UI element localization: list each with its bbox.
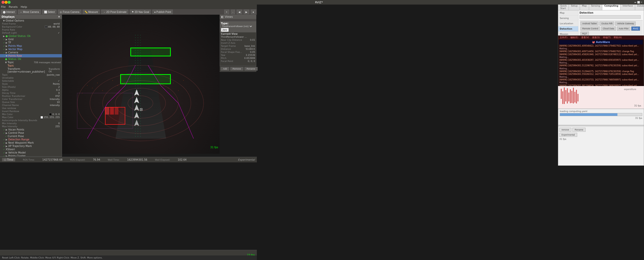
console-menu-file[interactable]: 文件(F) bbox=[560, 36, 567, 39]
console-menu-search[interactable]: 搜索(S) bbox=[592, 36, 600, 39]
prev-btn[interactable]: ◀ bbox=[237, 10, 242, 14]
points-map-item[interactable]: ✓▶Points Map bbox=[0, 44, 62, 48]
views-type-select[interactable]: ThirdPersonFollower (rviz) bbox=[221, 25, 253, 28]
interact-btn[interactable]: ⬤ Interact bbox=[1, 10, 16, 14]
svg-rect-31 bbox=[567, 88, 568, 103]
vehicle-gateway-btn[interactable]: Vehicle Gateway bbox=[615, 21, 636, 26]
views-icon: ◧ bbox=[221, 15, 224, 18]
loading-panel: loading computing.yaml 31 fps bbox=[558, 109, 644, 125]
tab-setup[interactable]: Setup bbox=[569, 4, 580, 10]
sidebar-sensing[interactable]: Sensing bbox=[558, 16, 578, 21]
2d-pose-estimate-btn[interactable]: → 2D Pose Estimate bbox=[101, 10, 128, 14]
views-rename-btn[interactable]: Rename bbox=[244, 67, 258, 71]
points-raw-item[interactable]: ✓▼Points Raw bbox=[0, 54, 62, 57]
focal-point-row: Focal Point 0; 0; 0 bbox=[220, 60, 256, 63]
rename-btn-br[interactable]: Rename bbox=[572, 128, 586, 132]
points-cluster-item[interactable]: ✓▶Points Cluster bbox=[0, 154, 62, 156]
cloud-data-btn[interactable]: Cloud Data bbox=[601, 27, 616, 31]
control-pose-item[interactable]: ✓▶Control Pose bbox=[0, 131, 62, 135]
current-pose-item[interactable]: ✓Current Pose bbox=[0, 135, 62, 138]
rqt-btn[interactable]: RQT bbox=[580, 32, 589, 36]
zoom-in-btn[interactable]: + bbox=[224, 10, 229, 14]
console-menu-help[interactable]: 帮助(H) bbox=[614, 36, 622, 39]
menu-file[interactable]: File bbox=[1, 5, 6, 9]
menu-panels[interactable]: Panels bbox=[9, 5, 17, 9]
console-menu-edit[interactable]: 编辑(E) bbox=[570, 36, 578, 39]
oculus-rift-btn[interactable]: Oculus Rift bbox=[599, 21, 614, 26]
svg-rect-29 bbox=[564, 88, 565, 104]
console-line-13: [WARN] [1625994301.012303733, 1427157868… bbox=[559, 78, 643, 81]
move-camera-btn[interactable]: ↔ Move Camera bbox=[18, 10, 41, 14]
win-btn-max[interactable] bbox=[8, 1, 11, 4]
sidebar-detection[interactable]: Detection bbox=[558, 26, 578, 32]
remote-control-btn[interactable]: Remote Control bbox=[580, 27, 600, 31]
vscan-points-item[interactable]: ✓▶Vscan Points bbox=[0, 128, 62, 131]
svg-rect-35 bbox=[573, 88, 574, 103]
channel-name-row: Channel Name intensity bbox=[0, 104, 62, 107]
displays-title: Displays ✕ bbox=[0, 15, 62, 19]
select-btn[interactable]: ⬜ Select bbox=[42, 10, 57, 14]
topbar-controls: ▬ ⬜ ✕ bbox=[627, 1, 642, 4]
histogram-panel: 31 fps expenditure bbox=[558, 86, 644, 109]
win-btn-min[interactable] bbox=[5, 1, 8, 4]
xsteeri-item[interactable]: ✓XSteeri bbox=[0, 148, 62, 151]
experimental-btn[interactable]: Experimental bbox=[559, 133, 577, 137]
menu-help[interactable]: Help bbox=[21, 5, 27, 9]
sidebar-map[interactable]: Map bbox=[558, 10, 578, 16]
next-waypoint-item[interactable]: ✓▶Next Waypoint Mark bbox=[0, 141, 62, 144]
rviz-btn[interactable]: RVIZ bbox=[631, 27, 640, 31]
main-3d-view[interactable]: 31 fps bbox=[62, 15, 220, 154]
console-line-10: [WARN] [1625994301.512944275, 1427157868… bbox=[559, 70, 643, 73]
grid-item[interactable]: ✓▶Grid bbox=[0, 38, 62, 41]
bottom-right-buttons-row: remove Rename bbox=[559, 128, 643, 132]
measure-btn[interactable]: 📏 Measure bbox=[83, 10, 100, 14]
tab-database[interactable]: Database bbox=[635, 4, 644, 10]
views-zero-btn[interactable]: Zero bbox=[221, 28, 229, 32]
next-btn[interactable]: ▶ bbox=[244, 10, 249, 14]
time-tab[interactable]: ○ Time bbox=[2, 158, 15, 161]
tf-item[interactable]: ✓▶TF bbox=[0, 41, 62, 44]
wall-time-value: 1623994301.56 bbox=[127, 158, 148, 161]
publish-point-btn[interactable]: ● Publish Point bbox=[152, 10, 173, 14]
svg-rect-33 bbox=[570, 89, 571, 103]
fixed-frame-row: Fixed Frame world bbox=[0, 22, 62, 25]
global-status-item[interactable]: ▶● Global Status: Ok bbox=[0, 34, 62, 38]
views-add-btn[interactable]: Add bbox=[221, 67, 229, 71]
zoom-out-btn[interactable]: - bbox=[231, 10, 235, 14]
dot-btn[interactable]: ● bbox=[251, 10, 256, 14]
vehicle-model-item[interactable]: ✓▶Vehicle Model bbox=[0, 151, 62, 154]
focus-camera-btn[interactable]: ◎ Focus Camera bbox=[58, 10, 81, 14]
console-line-11: [WARN] [1625994301.550260312, 1427157868… bbox=[559, 73, 643, 76]
xp-trajectory-item[interactable]: ✓▶XP Trajectory Mark bbox=[0, 144, 62, 148]
tab-map[interactable]: Map bbox=[580, 4, 589, 10]
auto-pilot-btn[interactable]: Auto Pilot bbox=[617, 27, 630, 31]
win-btn-close[interactable] bbox=[2, 1, 5, 4]
scene-canvas[interactable] bbox=[62, 15, 220, 154]
tab-computing[interactable]: Computing bbox=[602, 4, 620, 10]
topic-item[interactable]: ▼Topic 708 messages received bbox=[0, 61, 62, 64]
tab-sensing[interactable]: Sensing bbox=[589, 4, 603, 10]
detection-range-item[interactable]: ✓▶Detection Range bbox=[0, 138, 62, 141]
min-color-row: Min Color 0; 0; 0 bbox=[0, 113, 62, 116]
camera-item[interactable]: ✓▶Camera bbox=[0, 51, 62, 54]
views-remove-btn[interactable]: Remove bbox=[230, 67, 243, 71]
color-transformer-row: Color Transformer Intensity bbox=[0, 98, 62, 101]
menubar: File Panels Help bbox=[0, 5, 257, 9]
console-menu-view[interactable]: 查看(V) bbox=[581, 36, 589, 39]
transform-item[interactable]: Transform [sender=unknown_publisher] Tra… bbox=[0, 67, 62, 73]
time-bar: ○ Time ROS Time: 1427157868.68 ROS Elaps… bbox=[0, 157, 257, 162]
console-content: 🐙 AutoWare [WARN] [1625994301.409548422,… bbox=[558, 39, 644, 88]
tab-interface[interactable]: Interface bbox=[620, 4, 635, 10]
status-ok-item[interactable]: ● Status: Ok bbox=[0, 57, 62, 61]
global-options-item[interactable]: ▼Global Options bbox=[0, 19, 62, 22]
sidebar-localization[interactable]: Localization bbox=[558, 21, 578, 26]
vector-map-item[interactable]: ✓▶Vector Map bbox=[0, 48, 62, 51]
runtime-tabs: Quick Start Setup Map Sensing Computing … bbox=[558, 4, 644, 10]
tab-quick-start[interactable]: Quick Start bbox=[558, 4, 569, 10]
android-tablet-btn[interactable]: Android Tablet bbox=[580, 21, 598, 26]
console-line-5: Waiting... bbox=[559, 56, 643, 59]
topic-sub-item[interactable]: Topic bbox=[0, 64, 62, 67]
remove-btn-br[interactable]: remove bbox=[559, 128, 571, 132]
console-menu-terminal[interactable]: 终端(T) bbox=[603, 36, 611, 39]
2d-nav-goal-btn[interactable]: ⚑ 2D Nav Goal bbox=[130, 10, 151, 14]
